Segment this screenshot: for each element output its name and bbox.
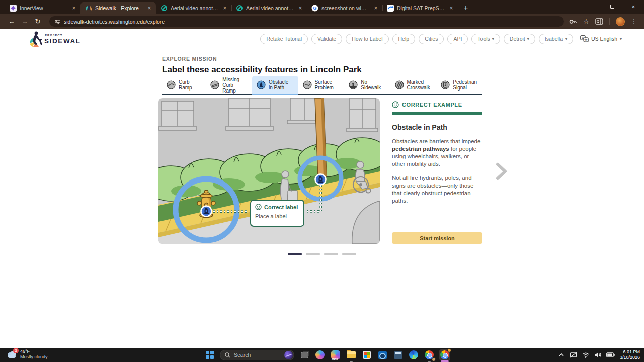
taskbar-search[interactable]: Search [220, 350, 294, 360]
volume-icon[interactable] [594, 352, 601, 358]
site-header: PROJECT SIDEWALK Retake Tutorial Validat… [0, 29, 644, 49]
update-badge [447, 348, 451, 352]
tab-pedestrian-signal[interactable]: Pedestrian Signal [436, 76, 482, 94]
tutorial-illustration: Correct label Place a label [158, 98, 380, 244]
caret-down-icon: ▾ [620, 37, 622, 41]
user-dropdown[interactable]: Isabella▾ [539, 34, 573, 44]
tab-obstacle-in-path[interactable]: Obstacle in Path [252, 76, 298, 94]
tab-close-icon[interactable]: × [221, 5, 228, 12]
api-button[interactable]: API [447, 34, 468, 44]
minimize-button[interactable] [581, 0, 602, 13]
file-explorer-icon[interactable] [346, 349, 357, 360]
retake-tutorial-button[interactable]: Retake Tutorial [260, 34, 308, 44]
new-tab-button[interactable]: + [460, 1, 472, 13]
tab-close-icon[interactable]: × [372, 5, 379, 12]
weather-condition: Mostly cloudy [20, 354, 48, 360]
calculator-icon[interactable] [392, 349, 404, 360]
passwords-icon[interactable] [569, 19, 577, 25]
outlook-icon[interactable] [377, 349, 388, 360]
browser-tab[interactable]: Aerial video annotation | Dolph × [156, 2, 231, 14]
next-slide-button[interactable] [494, 162, 508, 181]
chrome-icon[interactable] [424, 349, 435, 360]
browser-toolbar: ← → ↻ sidewalk-detroit.cs.washington.edu… [0, 14, 644, 29]
window-controls: × [581, 0, 644, 13]
tab-curb-ramp[interactable]: Curb Ramp [162, 76, 206, 94]
system-tray: 6:01 PM 3/10/2026 [558, 348, 640, 362]
browser-tab[interactable]: Digital SAT PrepScholar × [382, 2, 458, 14]
start-mission-button[interactable]: Start mission [392, 232, 482, 244]
language-selector[interactable]: A文 US English ▾ [580, 35, 622, 42]
smiley-icon [255, 204, 262, 210]
tab-missing-curb-ramp[interactable]: Missing Curb Ramp [206, 76, 252, 94]
tab-close-icon[interactable]: × [146, 5, 153, 12]
browser-tab[interactable]: G screenshot on windows - Goog × [307, 2, 382, 14]
restore-button[interactable] [602, 0, 623, 13]
start-button[interactable] [204, 349, 215, 360]
battery-icon[interactable] [606, 352, 615, 357]
svg-text:G: G [313, 5, 316, 11]
profile-avatar[interactable] [616, 17, 625, 26]
clock-time: 6:01 PM [620, 349, 640, 355]
tab-title: Digital SAT PrepScholar [397, 5, 445, 11]
weather-widget[interactable]: 3 46°F Mostly cloudy [6, 349, 48, 360]
site-info-icon[interactable] [54, 19, 60, 25]
cities-button[interactable]: Cities [419, 34, 444, 44]
close-button[interactable]: × [623, 0, 644, 13]
browser-menu-icon[interactable]: ⋮ [631, 18, 637, 25]
browser-tab[interactable]: InnerView × [5, 2, 80, 14]
task-view-button[interactable] [299, 349, 310, 360]
tools-dropdown[interactable]: Tools▾ [471, 34, 500, 44]
forward-button[interactable]: → [18, 18, 31, 25]
reload-button[interactable]: ↻ [31, 18, 44, 25]
tab-close-icon[interactable]: × [448, 5, 455, 12]
smiley-icon [392, 101, 399, 108]
tab-surface-problem[interactable]: Surface Problem [298, 76, 345, 94]
pedestrian-signal-icon [441, 80, 450, 89]
search-icon [225, 352, 230, 358]
sidewalk-favicon [85, 5, 92, 12]
side-panel-icon[interactable] [595, 18, 603, 25]
project-sidewalk-logo[interactable]: PROJECT SIDEWALK [29, 30, 81, 47]
taskbar-clock[interactable]: 6:01 PM 3/10/2026 [620, 349, 640, 360]
cast-off-icon[interactable] [570, 352, 577, 358]
browser-tab[interactable]: Aerial video annotation | Dolph × [231, 2, 307, 14]
surface-problem-icon [303, 80, 312, 89]
chrome-active-icon[interactable] [439, 349, 450, 360]
caret-down-icon: ▾ [492, 37, 494, 41]
tab-title: InnerView [20, 5, 67, 11]
slide-dot[interactable] [306, 253, 320, 255]
m365-copilot-icon[interactable]: M365 [330, 349, 341, 360]
svg-text:文: 文 [584, 38, 588, 42]
browser-tab-active[interactable]: Sidewalk - Explore × [80, 2, 156, 14]
bookmark-icon[interactable]: ☆ [583, 18, 589, 25]
tab-close-icon[interactable]: × [70, 5, 77, 12]
dolphin-favicon [160, 5, 168, 12]
profile-badge [432, 357, 436, 361]
tab-title: Aerial video annotation | Dolph [171, 5, 218, 11]
tab-no-sidewalk[interactable]: No Sidewalk [344, 76, 390, 94]
validate-button[interactable]: Validate [311, 34, 342, 44]
help-button[interactable]: Help [392, 34, 416, 44]
obstacle-label-marker [315, 174, 326, 185]
hidden-icons-chevron[interactable] [558, 353, 565, 357]
caret-down-icon: ▾ [527, 37, 529, 41]
example-panel: CORRECT EXAMPLE Obstacle in Path Obstacl… [392, 101, 482, 205]
address-bar[interactable]: sidewalk-detroit.cs.washington.edu/explo… [49, 16, 564, 27]
tooltip-subtitle: Place a label [255, 213, 299, 219]
wifi-icon[interactable] [582, 352, 589, 358]
slide-dot[interactable] [288, 253, 302, 255]
innerview-favicon [10, 5, 17, 12]
microsoft-store-icon[interactable] [361, 349, 372, 360]
back-button[interactable]: ← [5, 18, 18, 25]
prepscholar-favicon [387, 5, 394, 12]
copilot-icon[interactable] [314, 349, 326, 360]
correct-example-badge: CORRECT EXAMPLE [392, 101, 482, 108]
tab-marked-crosswalk[interactable]: Marked Crosswalk [390, 76, 437, 94]
how-to-label-button[interactable]: How to Label [346, 34, 388, 44]
city-dropdown[interactable]: Detroit▾ [504, 34, 535, 44]
edge-icon[interactable] [408, 349, 419, 360]
example-paragraph-2: Not all fire hydrants, poles, and signs … [392, 174, 482, 205]
tab-close-icon[interactable]: × [297, 5, 304, 12]
slide-dot[interactable] [324, 253, 338, 255]
slide-dot[interactable] [342, 253, 356, 255]
